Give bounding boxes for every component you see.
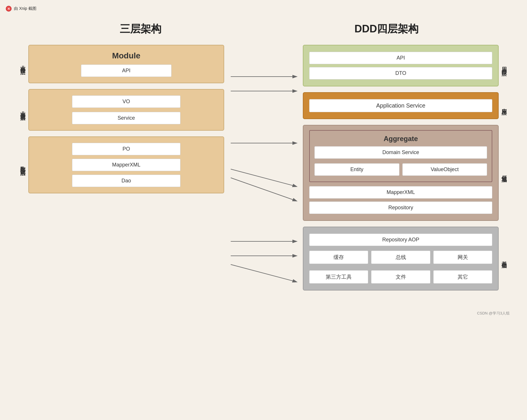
api-right-box: API [309, 52, 492, 64]
infra-row-2: 第三方工具 文件 其它 [309, 269, 492, 285]
vo-box: VO [72, 95, 180, 108]
diagram-area: 业务接口层 Module API 业务逻辑层 VO Service 数据访问层 … [17, 45, 510, 305]
left-layer-data: 数据访问层 PO MapperXML Dao [17, 136, 224, 193]
label-data: 数据访问层 [17, 136, 28, 193]
right-box-application: Application Service [303, 92, 499, 119]
top-bar-label: 由 Xnip 截图 [14, 6, 36, 11]
header-right: DDD四层架构 [264, 22, 510, 36]
label-application: 应用层 [499, 92, 510, 119]
dto-box: DTO [309, 67, 492, 79]
mapperxml-box-left: MapperXML [72, 159, 180, 171]
arrows-svg [224, 45, 303, 305]
application-service-box: Application Service [309, 99, 492, 112]
dao-box: Dao [72, 175, 180, 187]
file-box: 文件 [371, 270, 430, 284]
right-layer-domain: Aggregate Domain Service Entity ValueObj… [303, 125, 510, 221]
aggregate-title: Aggregate [314, 135, 487, 143]
label-infrastructure: 基础层 [499, 227, 510, 291]
right-layer-infrastructure: Repository AOP 缓存 总线 网关 第三方工具 文件 其它 基础层 [303, 227, 510, 291]
xnip-icon: ✕ [6, 6, 12, 12]
right-box-domain: Aggregate Domain Service Entity ValueObj… [303, 125, 499, 221]
main-container: 三层架构 DDD四层架构 业务接口层 Module API 业务逻辑层 VO S… [6, 16, 521, 322]
repository-aop-box: Repository AOP [309, 234, 492, 246]
label-domain: 领域层 [499, 125, 510, 221]
cache-box: 缓存 [309, 251, 368, 264]
left-layer-logic: 业务逻辑层 VO Service [17, 89, 224, 131]
box-data: PO MapperXML Dao [28, 136, 224, 193]
po-box: PO [72, 143, 180, 155]
svg-line-4 [231, 178, 296, 201]
gateway-box: 网关 [433, 251, 492, 264]
bus-box: 总线 [371, 251, 430, 264]
right-side: API DTO 用户接口层 Application Service 应用层 Ag… [303, 45, 510, 291]
right-box-user-interface: API DTO [303, 45, 499, 86]
footer-text: CSDN @学习3人组 [477, 311, 510, 315]
label-interface: 业务接口层 [17, 45, 28, 83]
right-box-infrastructure: Repository AOP 缓存 总线 网关 第三方工具 文件 其它 [303, 227, 499, 291]
box-interface: Module API [28, 45, 224, 83]
left-side: 业务接口层 Module API 业务逻辑层 VO Service 数据访问层 … [17, 45, 224, 193]
svg-line-3 [231, 169, 296, 186]
infra-row-1: 缓存 总线 网关 [309, 249, 492, 266]
headers: 三层架构 DDD四层架构 [17, 22, 510, 36]
service-box: Service [72, 112, 180, 124]
repository-box: Repository [309, 201, 492, 214]
right-layer-application: Application Service 应用层 [303, 92, 510, 119]
header-left: 三层架构 [17, 22, 264, 36]
api-box: API [81, 64, 171, 77]
svg-line-7 [231, 264, 296, 282]
domain-service-box: Domain Service [314, 146, 487, 159]
mapperxml-right-box: MapperXML [309, 186, 492, 199]
other-box: 其它 [433, 270, 492, 284]
third-party-box: 第三方工具 [309, 270, 368, 284]
right-layer-user-interface: API DTO 用户接口层 [303, 45, 510, 86]
left-layer-interface: 业务接口层 Module API [17, 45, 224, 83]
arrows-area [224, 45, 303, 305]
box-logic: VO Service [28, 89, 224, 131]
module-title: Module [36, 51, 217, 60]
valueobject-box: ValueObject [402, 163, 487, 176]
label-logic: 业务逻辑层 [17, 89, 28, 131]
entity-box: Entity [314, 163, 399, 176]
top-bar: ✕ 由 Xnip 截图 [6, 6, 521, 12]
label-user-interface: 用户接口层 [499, 45, 510, 86]
footer: CSDN @学习3人组 [17, 311, 510, 316]
entity-valueobject-row: Entity ValueObject [314, 162, 487, 177]
aggregate-box: Aggregate Domain Service Entity ValueObj… [309, 130, 492, 182]
